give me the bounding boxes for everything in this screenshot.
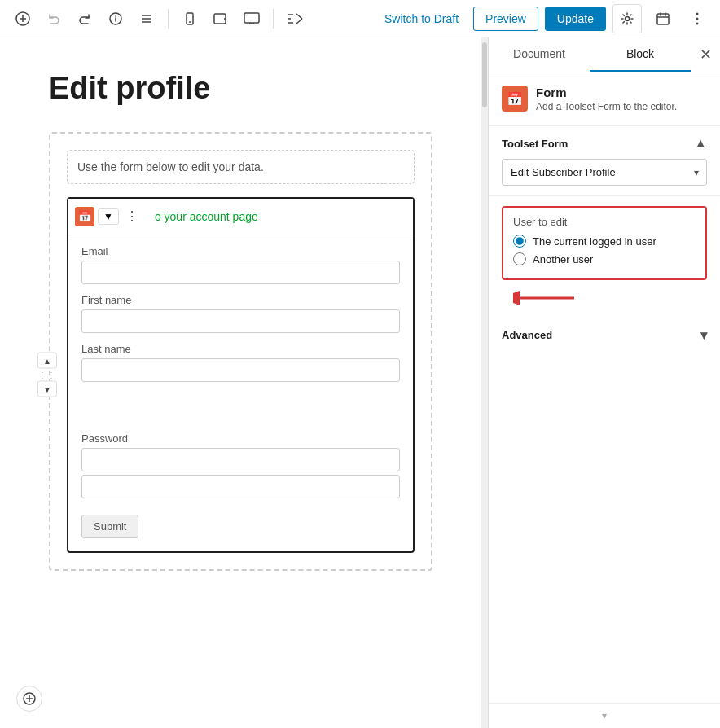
undo-button[interactable] (41, 6, 67, 32)
scroll-controls: ▲ ⋮⋮ ▼ (37, 353, 57, 397)
form-block-dropdown-button[interactable]: ▼ (98, 208, 119, 225)
field-email-input[interactable] (81, 261, 400, 284)
svg-rect-11 (214, 14, 226, 24)
user-edit-section: User to edit The current logged in user … (502, 206, 707, 280)
add-block-button[interactable] (10, 6, 36, 32)
svg-point-28 (696, 22, 699, 24)
advanced-label: Advanced (502, 329, 552, 341)
main-layout: Edit profile Use the form below to edit … (0, 37, 720, 728)
radio-current-user-input[interactable] (513, 235, 526, 248)
advanced-header[interactable]: Advanced ▾ (502, 327, 707, 343)
panel-close-button[interactable]: ✕ (691, 40, 720, 69)
switch-to-draft-button[interactable]: Switch to Draft (376, 7, 467, 30)
form-select-wrapper: Edit Subscriber Profile Contact Form Reg… (502, 159, 707, 186)
field-firstname: First name (81, 294, 400, 333)
redo-button[interactable] (72, 6, 98, 32)
block-info: 📅 Form Add a Toolset Form to the editor. (489, 72, 720, 126)
red-arrow-indicator (513, 282, 578, 314)
svg-rect-9 (187, 13, 193, 24)
field-password-confirm-input[interactable] (81, 475, 400, 498)
block-info-title: Form (536, 86, 677, 99)
field-firstname-label: First name (81, 294, 400, 306)
main-toolbar: Switch to Draft Preview Update (0, 0, 720, 37)
advanced-section: Advanced ▾ (489, 318, 720, 353)
svg-point-26 (696, 12, 699, 15)
field-password-label: Password (81, 432, 400, 445)
svg-line-19 (296, 14, 302, 19)
scroll-down-button[interactable]: ▼ (37, 381, 57, 397)
page-title: Edit profile (49, 70, 432, 107)
panel-scroll-bottom: ▾ (489, 703, 720, 728)
block-info-text: Form Add a Toolset Form to the editor. (536, 86, 677, 112)
drag-handle-dots: ⋮⋮ (38, 371, 56, 379)
form-block-more-button[interactable]: ⋮ (122, 207, 142, 226)
menu-button[interactable] (134, 6, 160, 32)
info-button[interactable] (103, 6, 129, 32)
tablet-view-button[interactable] (208, 6, 234, 32)
toolbar-right: Switch to Draft Preview Update (363, 4, 710, 33)
field-email-label: Email (81, 245, 400, 257)
svg-point-27 (696, 17, 699, 20)
field-lastname-input[interactable] (81, 358, 400, 382)
toolbar-divider-1 (168, 9, 169, 29)
svg-rect-13 (244, 13, 259, 23)
settings-button[interactable] (612, 4, 642, 33)
field-firstname-input[interactable] (81, 309, 400, 333)
radio-another-user-input[interactable] (513, 252, 526, 265)
editor-area: Edit profile Use the form below to edit … (0, 37, 481, 728)
update-button[interactable]: Update (545, 7, 606, 31)
scrollbar-thumb[interactable] (482, 42, 487, 107)
tab-block[interactable]: Block (590, 37, 691, 72)
radio-current-user: The current logged in user (513, 235, 696, 248)
preview-mode-button[interactable] (282, 6, 308, 32)
field-lastname: Last name (81, 343, 400, 382)
toolset-form-label: Toolset Form (502, 138, 568, 150)
preview-button[interactable]: Preview (473, 7, 538, 31)
panel-header: Document Block ✕ (489, 37, 720, 72)
svg-point-5 (115, 15, 116, 17)
field-password: Password (81, 432, 400, 498)
form-block-icon: 📅 (75, 207, 94, 226)
block-info-icon: 📅 (502, 86, 528, 112)
form-block-toolbar: 📅 ▼ ⋮ o your account page (68, 199, 413, 235)
tab-document[interactable]: Document (489, 37, 590, 72)
editor-scrollbar (481, 37, 488, 728)
form-fields: Email First name Last name (68, 235, 413, 551)
radio-another-user-label[interactable]: Another user (533, 253, 593, 265)
svg-rect-22 (657, 14, 669, 24)
chevron-down-icon: ▾ (700, 327, 707, 343)
radio-current-user-label[interactable]: The current logged in user (533, 235, 656, 248)
field-lastname-label: Last name (81, 343, 400, 355)
user-edit-label: User to edit (513, 216, 696, 228)
chevron-up-icon: ▲ (694, 136, 707, 151)
form-outer-container: Use the form below to edit your data. ▲ … (49, 132, 432, 571)
form-description: Use the form below to edit your data. (67, 150, 415, 184)
calendar-button[interactable] (648, 4, 678, 33)
panel-spacer (489, 353, 720, 703)
field-email: Email (81, 245, 400, 284)
form-link[interactable]: o your account page (145, 204, 268, 230)
add-block-bottom-button[interactable] (16, 686, 42, 712)
toolbar-left (10, 6, 357, 32)
toolset-form-header[interactable]: Toolset Form ▲ (502, 136, 707, 151)
toolbar-divider-2 (273, 9, 274, 29)
right-panel: Document Block ✕ 📅 Form Add a Toolset Fo… (488, 37, 720, 728)
svg-point-21 (626, 16, 630, 20)
toolset-form-section: Toolset Form ▲ Edit Subscriber Profile C… (489, 126, 720, 196)
form-block: 📅 ▼ ⋮ o your account page Email First na… (67, 197, 415, 553)
form-select[interactable]: Edit Subscriber Profile Contact Form Reg… (502, 159, 707, 186)
block-info-desc: Add a Toolset Form to the editor. (536, 101, 677, 112)
scroll-up-button[interactable]: ▲ (37, 353, 57, 369)
arrow-container (489, 290, 720, 314)
desktop-view-button[interactable] (239, 6, 265, 32)
form-submit-button[interactable]: Submit (81, 515, 138, 538)
radio-another-user: Another user (513, 252, 696, 265)
more-options-button[interactable] (684, 6, 710, 32)
field-password-input[interactable] (81, 448, 400, 471)
scroll-down-arrow-icon: ▾ (602, 710, 607, 721)
svg-line-20 (296, 19, 302, 24)
mobile-view-button[interactable] (177, 6, 203, 32)
